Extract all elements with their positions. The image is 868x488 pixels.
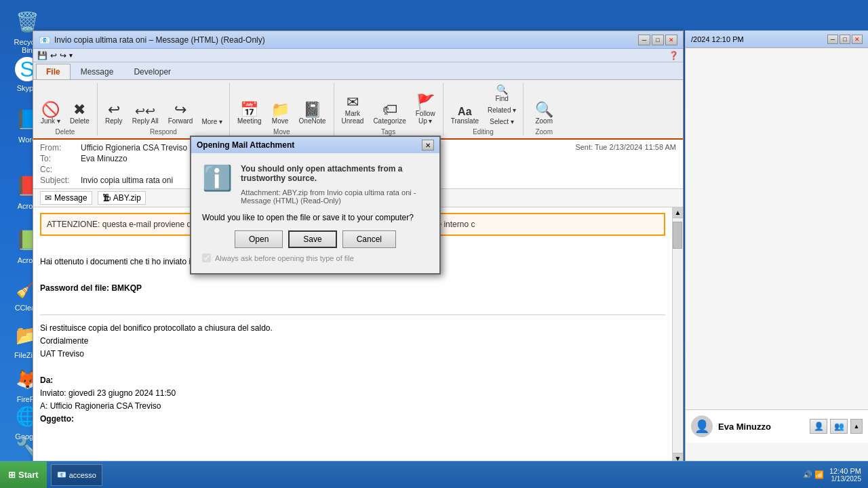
always-ask-label: Always ask before opening this type of f… xyxy=(215,254,354,262)
modal-close-button[interactable]: ✕ xyxy=(422,140,434,150)
modal-body: ℹ️ You should only open attachments from… xyxy=(191,153,439,273)
modal-cancel-button[interactable]: Cancel xyxy=(342,230,396,248)
modal-buttons: Open Save Cancel xyxy=(202,230,429,248)
always-ask-checkbox[interactable] xyxy=(202,253,211,262)
desktop: 🗑️ Recycle Bin S Skype 📘 Word 📕 Acro.. 📗… xyxy=(0,0,868,488)
modal-warning-icon: ℹ️ xyxy=(202,164,233,205)
modal-attachment-info: Attachment: ABY.zip from Invio copia ult… xyxy=(241,188,429,205)
modal-title-text: Opening Mail Attachment xyxy=(197,140,294,150)
modal-overlay: Opening Mail Attachment ✕ ℹ️ You should … xyxy=(0,0,868,488)
modal-icon-row: ℹ️ You should only open attachments from… xyxy=(202,164,429,205)
modal-text-block: You should only open attachments from a … xyxy=(241,164,429,205)
modal-title-bar: Opening Mail Attachment ✕ xyxy=(191,137,439,153)
modal-save-button[interactable]: Save xyxy=(288,230,336,248)
modal-question-text: Would you like to open the file or save … xyxy=(202,213,429,222)
opening-mail-attachment-dialog: Opening Mail Attachment ✕ ℹ️ You should … xyxy=(190,136,441,274)
modal-open-button[interactable]: Open xyxy=(235,230,283,248)
modal-checkbox-row: Always ask before opening this type of f… xyxy=(202,253,429,262)
modal-warning-text: You should only open attachments from a … xyxy=(241,164,429,183)
